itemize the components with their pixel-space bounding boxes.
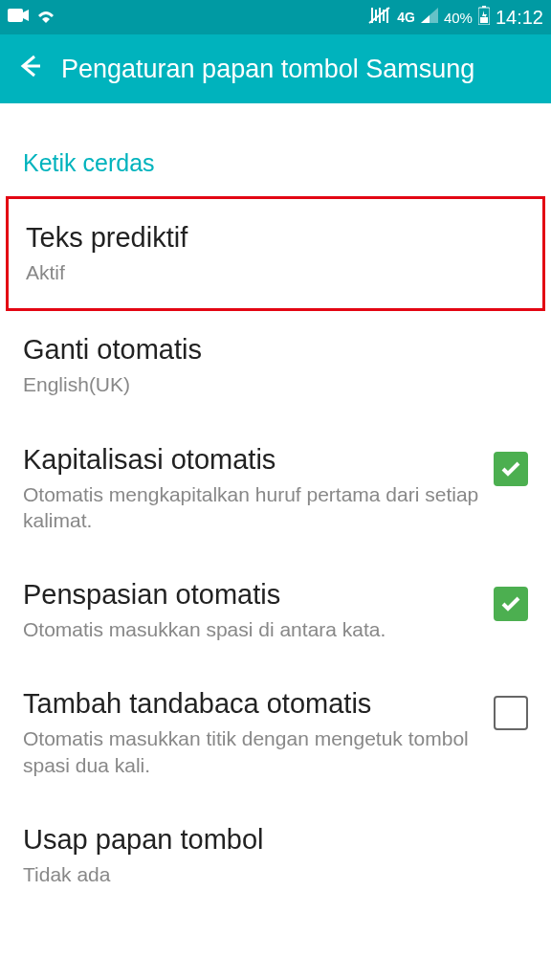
setting-subtitle: Otomatis masukkan titik dengan mengetuk … bbox=[23, 725, 482, 778]
signal-icon bbox=[421, 8, 438, 28]
status-time: 14:12 bbox=[496, 7, 543, 29]
wifi-icon bbox=[36, 8, 55, 27]
vibrate-icon bbox=[368, 6, 391, 30]
battery-percent: 40% bbox=[444, 10, 473, 26]
checkbox-auto-punctuate[interactable] bbox=[494, 696, 528, 730]
settings-list: Ketik cerdas Teks prediktif Aktif Ganti … bbox=[0, 149, 551, 910]
setting-title: Ganti otomatis bbox=[23, 334, 528, 366]
status-right: 4G 40% 14:12 bbox=[368, 6, 543, 30]
setting-subtitle: English(UK) bbox=[23, 371, 528, 397]
setting-subtitle: Aktif bbox=[26, 259, 525, 285]
app-bar: Pengaturan papan tombol Samsung bbox=[0, 34, 551, 103]
setting-title: Tambah tandabaca otomatis bbox=[23, 688, 482, 720]
status-left bbox=[8, 8, 55, 27]
setting-text: Tambah tandabaca otomatis Otomatis masuk… bbox=[23, 688, 482, 778]
setting-text: Ganti otomatis English(UK) bbox=[23, 334, 528, 397]
setting-auto-spacing[interactable]: Penspasian otomatis Otomatis masukkan sp… bbox=[23, 556, 528, 665]
battery-icon bbox=[478, 6, 490, 30]
camera-icon bbox=[8, 9, 29, 26]
svg-rect-0 bbox=[8, 9, 23, 22]
setting-title: Penspasian otomatis bbox=[23, 579, 482, 611]
status-bar: 4G 40% 14:12 bbox=[0, 0, 551, 34]
back-button[interactable] bbox=[15, 53, 42, 86]
setting-text: Teks prediktif Aktif bbox=[26, 222, 525, 285]
svg-rect-4 bbox=[480, 17, 488, 23]
page-title: Pengaturan papan tombol Samsung bbox=[61, 55, 474, 84]
setting-subtitle: Otomatis mengkapitalkan huruf pertama da… bbox=[23, 481, 482, 534]
network-type: 4G bbox=[397, 10, 415, 25]
setting-keyboard-swipe[interactable]: Usap papan tombol Tidak ada bbox=[23, 801, 528, 910]
setting-title: Kapitalisasi otomatis bbox=[23, 444, 482, 476]
setting-auto-replace[interactable]: Ganti otomatis English(UK) bbox=[23, 311, 528, 420]
setting-title: Usap papan tombol bbox=[23, 824, 528, 856]
setting-auto-capitalize[interactable]: Kapitalisasi otomatis Otomatis mengkapit… bbox=[23, 421, 528, 557]
setting-subtitle: Tidak ada bbox=[23, 861, 528, 887]
setting-text: Penspasian otomatis Otomatis masukkan sp… bbox=[23, 579, 482, 642]
section-header: Ketik cerdas bbox=[23, 149, 528, 177]
setting-auto-punctuate[interactable]: Tambah tandabaca otomatis Otomatis masuk… bbox=[23, 665, 528, 801]
setting-text: Usap papan tombol Tidak ada bbox=[23, 824, 528, 887]
setting-title: Teks prediktif bbox=[26, 222, 525, 254]
setting-predictive-text[interactable]: Teks prediktif Aktif bbox=[6, 196, 545, 311]
checkbox-auto-capitalize[interactable] bbox=[494, 452, 528, 486]
checkbox-auto-spacing[interactable] bbox=[494, 587, 528, 621]
setting-subtitle: Otomatis masukkan spasi di antara kata. bbox=[23, 616, 482, 642]
setting-text: Kapitalisasi otomatis Otomatis mengkapit… bbox=[23, 444, 482, 534]
